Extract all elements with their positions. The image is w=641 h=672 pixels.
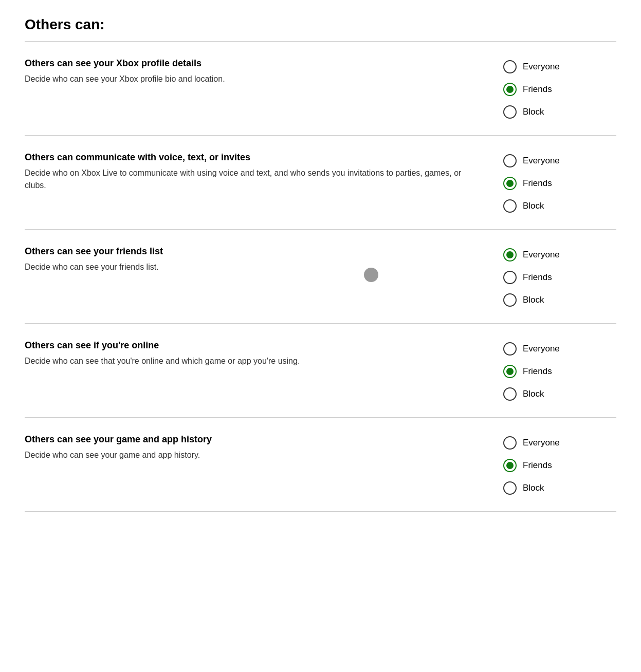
radio-circle-communicate-everyone[interactable] bbox=[503, 154, 517, 167]
section-title-friends-list: Others can see your friends list bbox=[25, 246, 483, 257]
radio-communicate-block[interactable]: Block bbox=[503, 199, 616, 213]
section-communicate: Others can communicate with voice, text,… bbox=[25, 136, 616, 230]
section-friends-list: Others can see your friends listDecide w… bbox=[25, 230, 616, 324]
section-game-history: Others can see your game and app history… bbox=[25, 418, 616, 512]
radio-communicate-everyone[interactable]: Everyone bbox=[503, 154, 616, 167]
radio-circle-game-history-friends[interactable] bbox=[503, 459, 517, 472]
section-title-xbox-profile: Others can see your Xbox profile details bbox=[25, 58, 483, 69]
radio-label-communicate-block: Block bbox=[523, 201, 544, 211]
radio-circle-online-status-friends[interactable] bbox=[503, 365, 517, 378]
radio-circle-xbox-profile-block[interactable] bbox=[503, 105, 517, 119]
section-text-friends-list: Others can see your friends listDecide w… bbox=[25, 246, 503, 273]
radio-label-friends-list-friends: Friends bbox=[523, 272, 552, 283]
radio-label-game-history-block: Block bbox=[523, 483, 544, 493]
radio-circle-game-history-everyone[interactable] bbox=[503, 436, 517, 450]
page-title: Others can: bbox=[25, 16, 616, 33]
radio-label-game-history-everyone: Everyone bbox=[523, 438, 560, 448]
radio-circle-xbox-profile-friends[interactable] bbox=[503, 83, 517, 96]
radio-label-communicate-friends: Friends bbox=[523, 178, 552, 189]
radio-circle-friends-list-everyone[interactable] bbox=[503, 248, 517, 262]
section-title-online-status: Others can see if you're online bbox=[25, 340, 483, 351]
section-options-game-history: EveryoneFriendsBlock bbox=[503, 434, 616, 495]
radio-circle-communicate-friends[interactable] bbox=[503, 177, 517, 190]
radio-friends-list-friends[interactable]: Friends bbox=[503, 271, 616, 284]
section-desc-friends-list: Decide who can see your friends list. bbox=[25, 261, 483, 273]
radio-circle-communicate-block[interactable] bbox=[503, 199, 517, 213]
section-options-friends-list: EveryoneFriendsBlock bbox=[503, 246, 616, 307]
radio-friends-list-block[interactable]: Block bbox=[503, 293, 616, 307]
section-xbox-profile: Others can see your Xbox profile details… bbox=[25, 42, 616, 136]
radio-communicate-friends[interactable]: Friends bbox=[503, 177, 616, 190]
radio-circle-online-status-block[interactable] bbox=[503, 387, 517, 401]
sections-container: Others can see your Xbox profile details… bbox=[25, 42, 616, 512]
section-desc-xbox-profile: Decide who can see your Xbox profile bio… bbox=[25, 73, 483, 85]
section-online-status: Others can see if you're onlineDecide wh… bbox=[25, 324, 616, 418]
radio-label-communicate-everyone: Everyone bbox=[523, 156, 560, 166]
section-desc-online-status: Decide who can see that you're online an… bbox=[25, 355, 483, 367]
radio-label-xbox-profile-friends: Friends bbox=[523, 84, 552, 95]
section-options-xbox-profile: EveryoneFriendsBlock bbox=[503, 58, 616, 119]
section-title-game-history: Others can see your game and app history bbox=[25, 434, 483, 445]
section-text-online-status: Others can see if you're onlineDecide wh… bbox=[25, 340, 503, 367]
radio-label-xbox-profile-everyone: Everyone bbox=[523, 62, 560, 72]
radio-xbox-profile-everyone[interactable]: Everyone bbox=[503, 60, 616, 73]
radio-circle-friends-list-block[interactable] bbox=[503, 293, 517, 307]
radio-circle-friends-list-friends[interactable] bbox=[503, 271, 517, 284]
radio-circle-game-history-block[interactable] bbox=[503, 481, 517, 495]
radio-online-status-everyone[interactable]: Everyone bbox=[503, 342, 616, 356]
section-desc-communicate: Decide who on Xbox Live to communicate w… bbox=[25, 167, 483, 192]
radio-game-history-block[interactable]: Block bbox=[503, 481, 616, 495]
radio-online-status-friends[interactable]: Friends bbox=[503, 365, 616, 378]
radio-label-online-status-everyone: Everyone bbox=[523, 344, 560, 354]
radio-xbox-profile-block[interactable]: Block bbox=[503, 105, 616, 119]
section-desc-game-history: Decide who can see your game and app his… bbox=[25, 449, 483, 461]
radio-circle-online-status-everyone[interactable] bbox=[503, 342, 517, 356]
section-text-communicate: Others can communicate with voice, text,… bbox=[25, 152, 503, 192]
radio-online-status-block[interactable]: Block bbox=[503, 387, 616, 401]
radio-game-history-friends[interactable]: Friends bbox=[503, 459, 616, 472]
radio-label-friends-list-block: Block bbox=[523, 295, 544, 305]
section-options-communicate: EveryoneFriendsBlock bbox=[503, 152, 616, 213]
radio-friends-list-everyone[interactable]: Everyone bbox=[503, 248, 616, 262]
radio-xbox-profile-friends[interactable]: Friends bbox=[503, 83, 616, 96]
section-text-game-history: Others can see your game and app history… bbox=[25, 434, 503, 461]
radio-label-online-status-friends: Friends bbox=[523, 366, 552, 377]
radio-label-online-status-block: Block bbox=[523, 389, 544, 399]
radio-game-history-everyone[interactable]: Everyone bbox=[503, 436, 616, 450]
gray-dot-decoration bbox=[364, 268, 378, 282]
radio-label-friends-list-everyone: Everyone bbox=[523, 250, 560, 260]
radio-circle-xbox-profile-everyone[interactable] bbox=[503, 60, 517, 73]
radio-label-game-history-friends: Friends bbox=[523, 460, 552, 471]
section-text-xbox-profile: Others can see your Xbox profile details… bbox=[25, 58, 503, 85]
section-title-communicate: Others can communicate with voice, text,… bbox=[25, 152, 483, 163]
radio-label-xbox-profile-block: Block bbox=[523, 107, 544, 117]
section-options-online-status: EveryoneFriendsBlock bbox=[503, 340, 616, 401]
